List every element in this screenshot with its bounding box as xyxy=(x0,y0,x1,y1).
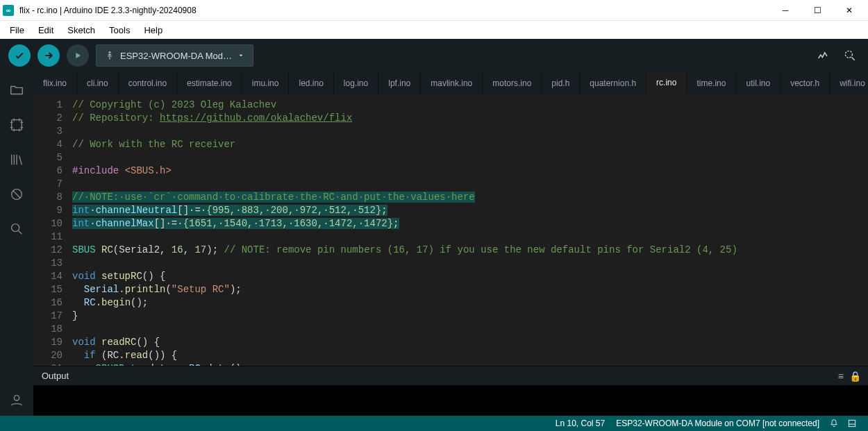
output-settings-icon[interactable]: ≡ xyxy=(838,371,844,382)
tab-lpf-ino[interactable]: lpf.ino xyxy=(378,72,421,94)
code-line-3[interactable] xyxy=(72,125,868,138)
code-body[interactable]: // Copyright (c) 2023 Oleg Kalachev // R… xyxy=(72,94,868,366)
minimize-button[interactable]: ─ xyxy=(769,0,801,21)
code-line-1[interactable]: // Copyright (c) 2023 Oleg Kalachev xyxy=(72,99,868,112)
play-debug-icon xyxy=(72,50,83,61)
svg-rect-1 xyxy=(12,120,22,130)
plot-icon xyxy=(817,49,831,62)
debug-sidebar-button[interactable] xyxy=(6,183,28,205)
line-gutter: 123456789101112131415161718192021 xyxy=(33,94,72,366)
arrow-right-icon xyxy=(43,50,54,61)
usb-icon xyxy=(105,51,115,60)
menubar: File Edit Sketch Tools Help xyxy=(0,21,868,39)
toolbar: ESP32-WROOM-DA Mod… xyxy=(0,39,868,72)
app-icon: ∞ xyxy=(3,5,14,16)
titlebar: ∞ flix - rc.ino | Arduino IDE 2.3.3-nigh… xyxy=(0,0,868,21)
code-editor[interactable]: 123456789101112131415161718192021 // Cop… xyxy=(33,94,868,366)
tab-bar: flix.inocli.inocontrol.inoestimate.inoim… xyxy=(33,72,868,94)
tab-mavlink-ino[interactable]: mavlink.ino xyxy=(421,72,483,94)
code-line-17[interactable]: } xyxy=(72,310,868,323)
books-icon xyxy=(9,152,24,167)
board-status[interactable]: ESP32-WROOM-DA Module on COM7 [not conne… xyxy=(610,419,825,428)
output-panel-header: Output ≡ 🔒 xyxy=(33,366,868,385)
tab-vector-h[interactable]: vector.h xyxy=(781,72,830,94)
code-line-15[interactable]: Serial.println("Setup RC"); xyxy=(72,283,868,296)
menu-file[interactable]: File xyxy=(3,24,31,37)
check-icon xyxy=(14,50,25,61)
maximize-button[interactable]: ☐ xyxy=(801,0,833,21)
tab-motors-ino[interactable]: motors.ino xyxy=(483,72,542,94)
library-manager-button[interactable] xyxy=(6,149,28,171)
tab-time-ino[interactable]: time.ino xyxy=(687,72,736,94)
notifications-icon[interactable] xyxy=(825,419,843,428)
code-line-12[interactable]: SBUS RC(Serial2, 16, 17); // NOTE: remov… xyxy=(72,244,868,257)
code-line-10[interactable]: int·channelMax[]·=·{1651,·1540,·1713,·16… xyxy=(72,217,868,230)
sketchbook-button[interactable] xyxy=(6,79,28,101)
board-label: ESP32-WROOM-DA Mod… xyxy=(120,51,232,61)
code-line-6[interactable]: #include <SBUS.h> xyxy=(72,164,868,178)
serial-plotter-button[interactable] xyxy=(814,46,833,65)
code-line-8[interactable]: //·NOTE:·use·`cr`·command·to·calibrate·t… xyxy=(72,191,868,204)
magnifier-dotted-icon xyxy=(843,49,857,62)
tab-imu-ino[interactable]: imu.ino xyxy=(242,72,290,94)
boards-manager-button[interactable] xyxy=(6,114,28,136)
close-button[interactable]: ✕ xyxy=(833,0,865,21)
code-line-14[interactable]: void setupRC() { xyxy=(72,270,868,283)
code-line-7[interactable] xyxy=(72,178,868,191)
code-line-2[interactable]: // Repository: https://github.com/okalac… xyxy=(72,112,868,125)
output-label: Output xyxy=(42,371,69,381)
upload-button[interactable] xyxy=(37,44,60,67)
code-line-9[interactable]: int·channelNeutral[]·=·{995,·883,·200,·9… xyxy=(72,204,868,217)
tab-estimate-ino[interactable]: estimate.ino xyxy=(177,72,242,94)
serial-monitor-button[interactable] xyxy=(840,46,860,65)
tab-control-ino[interactable]: control.ino xyxy=(119,72,177,94)
menu-help[interactable]: Help xyxy=(137,24,169,37)
code-line-5[interactable] xyxy=(72,151,868,164)
code-line-20[interactable]: if (RC.read()) { xyxy=(72,349,868,362)
tab-wifi-ino[interactable]: wifi.ino xyxy=(830,72,868,94)
no-entry-icon xyxy=(9,187,24,202)
cursor-position: Ln 10, Col 57 xyxy=(550,419,610,428)
board-selector[interactable]: ESP32-WROOM-DA Mod… xyxy=(96,44,253,67)
code-line-11[interactable] xyxy=(72,230,868,244)
statusbar: Ln 10, Col 57 ESP32-WROOM-DA Module on C… xyxy=(0,416,868,431)
verify-button[interactable] xyxy=(8,44,31,67)
user-icon[interactable] xyxy=(9,393,24,408)
tab-quaternion-h[interactable]: quaternion.h xyxy=(580,72,646,94)
search-icon xyxy=(9,221,24,237)
menu-tools[interactable]: Tools xyxy=(102,24,137,37)
code-line-4[interactable]: // Work with the RC receiver xyxy=(72,138,868,151)
tab-flix-ino[interactable]: flix.ino xyxy=(33,72,77,94)
svg-point-4 xyxy=(14,396,19,400)
menu-edit[interactable]: Edit xyxy=(31,24,60,37)
code-line-18[interactable] xyxy=(72,323,868,336)
close-panel-icon[interactable] xyxy=(843,419,861,428)
svg-rect-5 xyxy=(849,420,855,426)
search-sidebar-button[interactable] xyxy=(6,218,28,240)
code-line-13[interactable] xyxy=(72,257,868,270)
tab-log-ino[interactable]: log.ino xyxy=(334,72,378,94)
output-content xyxy=(33,385,868,416)
code-line-19[interactable]: void readRC() { xyxy=(72,336,868,349)
chevron-down-icon xyxy=(237,52,244,59)
tab-util-ino[interactable]: util.ino xyxy=(736,72,781,94)
code-line-16[interactable]: RC.begin(); xyxy=(72,296,868,310)
svg-point-3 xyxy=(12,224,19,232)
board-icon xyxy=(9,117,24,133)
tab-cli-ino[interactable]: cli.ino xyxy=(77,72,119,94)
menu-sketch[interactable]: Sketch xyxy=(60,24,102,37)
activity-sidebar xyxy=(0,72,33,416)
tab-rc-ino[interactable]: rc.ino xyxy=(646,72,687,94)
window-title: flix - rc.ino | Arduino IDE 2.3.3-nightl… xyxy=(19,6,197,15)
output-lock-icon[interactable]: 🔒 xyxy=(849,371,861,382)
svg-point-0 xyxy=(845,51,852,58)
debug-button[interactable] xyxy=(67,44,89,67)
tab-led-ino[interactable]: led.ino xyxy=(289,72,333,94)
tab-pid-h[interactable]: pid.h xyxy=(542,72,580,94)
folder-icon xyxy=(9,83,24,98)
